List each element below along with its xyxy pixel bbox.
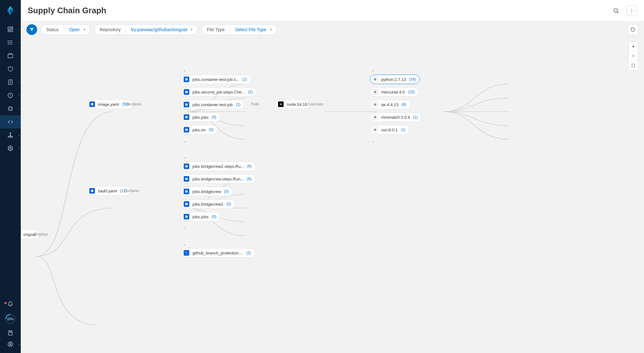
workflow-step-icon xyxy=(184,127,189,133)
node-item[interactable]: mercurial:4.010 xyxy=(370,87,419,97)
nav-notifications[interactable] xyxy=(0,298,21,311)
svg-rect-66 xyxy=(186,165,188,168)
status-label: Status xyxy=(46,27,59,32)
node-item[interactable]: jobs.second_job.steps.Che...2 xyxy=(181,87,257,97)
kebab-menu-button[interactable] xyxy=(626,5,637,16)
svg-rect-68 xyxy=(186,191,188,193)
package-icon xyxy=(372,89,378,95)
node-count: 0 xyxy=(212,115,216,119)
nav-projects[interactable] xyxy=(0,49,21,62)
node-item[interactable]: jobs.bridgecrew20 xyxy=(181,199,235,209)
filetype-label: File Type xyxy=(207,27,225,32)
svg-rect-44 xyxy=(91,190,93,192)
collapse-up-button[interactable]: ⌃ xyxy=(183,244,186,248)
node-item[interactable]: jobs.bridgecrew2.steps.Ru...6 xyxy=(181,162,256,171)
nav-network[interactable]: › xyxy=(0,128,21,142)
svg-point-30 xyxy=(10,133,11,134)
nav-code[interactable]: › xyxy=(0,115,21,128)
workflow-step-icon xyxy=(184,77,189,82)
chevron-right-icon: › xyxy=(19,41,19,44)
search-button[interactable] xyxy=(611,5,621,16)
node-label: mercurial:4.0 xyxy=(381,90,405,94)
nav-security[interactable] xyxy=(0,62,21,76)
package-icon xyxy=(372,114,378,120)
workflow-step-icon xyxy=(184,250,189,256)
svg-rect-4 xyxy=(11,27,13,28)
expand-down-button[interactable]: ⌄ xyxy=(372,139,375,143)
svg-point-20 xyxy=(10,96,11,97)
svg-rect-3 xyxy=(8,27,10,30)
node-item[interactable]: jobs.bridgecrew.steps.Run...6 xyxy=(181,174,256,184)
nav-account[interactable]: › xyxy=(0,339,21,350)
node-label: bad0.yaml xyxy=(98,189,117,193)
svg-rect-70 xyxy=(186,216,188,218)
node-item[interactable]: jobs.on0 xyxy=(181,125,218,134)
node-label: node:14.16 xyxy=(287,102,307,107)
node-label: jobs.container-test-job xyxy=(192,102,233,107)
nav-compute[interactable]: › xyxy=(0,102,21,115)
graph-canvas[interactable]: + − xyxy=(21,38,644,353)
node-label: jobs.bridgecrew.steps.Run... xyxy=(192,177,244,181)
node-item[interactable]: jobs.jobs0 xyxy=(181,112,220,122)
node-item[interactable]: jobs.jobs0 xyxy=(181,212,220,221)
expand-down-button[interactable]: ⌄ xyxy=(183,226,186,230)
node-count: 28 xyxy=(409,77,416,82)
node-item[interactable]: jobs.bridgecrew0 xyxy=(181,187,233,196)
node-image-yaml[interactable]: image.yaml 58 xyxy=(87,100,133,109)
nav-settings[interactable]: › xyxy=(0,142,21,155)
filetype-filter[interactable]: File Type Select File Type▾ xyxy=(202,24,277,35)
expand-down-button[interactable]: ⌄ xyxy=(183,139,186,143)
node-count: 0 xyxy=(226,202,231,206)
workflow-step-icon xyxy=(184,163,189,169)
nav-reports[interactable]: › xyxy=(0,76,21,89)
svg-point-37 xyxy=(10,343,11,344)
chevron-right-icon: › xyxy=(19,28,19,31)
nav-alerts[interactable]: › xyxy=(0,89,21,102)
node-label: ongoat xyxy=(23,232,36,237)
edge-label-pulls: Pulls xyxy=(251,102,259,106)
node-docker-node[interactable]: node:14.16 xyxy=(275,100,311,109)
node-item[interactable]: jobs.container-test-job1 xyxy=(181,100,245,109)
node-item[interactable]: ssri:6.0.11 xyxy=(370,125,409,134)
svg-point-10 xyxy=(8,41,9,41)
nav-dashboard[interactable]: › xyxy=(0,23,21,36)
node-item[interactable]: minimatch:3.0.41 xyxy=(370,112,422,122)
nav: › › › › › › › xyxy=(0,23,21,155)
package-icon xyxy=(372,102,378,107)
node-count: 6 xyxy=(247,164,252,168)
node-count: 2 xyxy=(248,90,253,94)
workflow-step-icon xyxy=(184,114,189,120)
svg-point-11 xyxy=(8,42,9,43)
yaml-file-icon xyxy=(89,101,95,107)
filter-icon-button[interactable] xyxy=(26,24,37,35)
node-github-branch-protection[interactable]: github_branch_protection.... 2 xyxy=(181,248,255,258)
nav-bookmark[interactable] xyxy=(0,327,21,339)
nav-list[interactable]: › xyxy=(0,36,21,49)
node-label: jobs.jobs xyxy=(192,115,208,120)
reset-button[interactable] xyxy=(628,24,638,35)
node-label: jobs.bridgecrew2 xyxy=(192,202,223,207)
collapse-up-button[interactable]: ⌃ xyxy=(183,157,186,161)
chevron-down-icon: ▾ xyxy=(84,28,85,31)
notification-dot-icon xyxy=(4,302,7,304)
svg-point-41 xyxy=(631,10,632,11)
collapse-up-button[interactable]: ⌃ xyxy=(372,70,375,74)
workflow-step-icon xyxy=(184,89,189,95)
node-item[interactable]: jobs.container-test-job.s...2 xyxy=(181,75,251,84)
progress-ring: 69% xyxy=(3,312,17,326)
chevron-right-icon: › xyxy=(19,134,19,137)
node-item[interactable]: python:2.7.1328 xyxy=(370,75,420,84)
node-label: jobs.bridgecrew xyxy=(192,189,221,194)
workflow-step-icon xyxy=(184,214,189,219)
status-filter[interactable]: Status Open▾ xyxy=(41,24,91,35)
repo-label: Repository xyxy=(100,27,121,32)
collapse-up-button[interactable]: ⌃ xyxy=(183,70,186,74)
node-count: 6 xyxy=(247,177,252,181)
node-label: jobs.bridgecrew2.steps.Ru... xyxy=(192,164,244,169)
chevron-right-icon: › xyxy=(19,343,19,346)
chevron-down-icon: ▾ xyxy=(191,28,192,31)
repository-filter[interactable]: Repository try-panwiac/githubactiongoat▾ xyxy=(94,24,198,35)
svg-rect-35 xyxy=(8,331,12,335)
node-item[interactable]: tar:4.4.136 xyxy=(370,100,410,109)
node-label: tar:4.4.13 xyxy=(381,102,398,107)
